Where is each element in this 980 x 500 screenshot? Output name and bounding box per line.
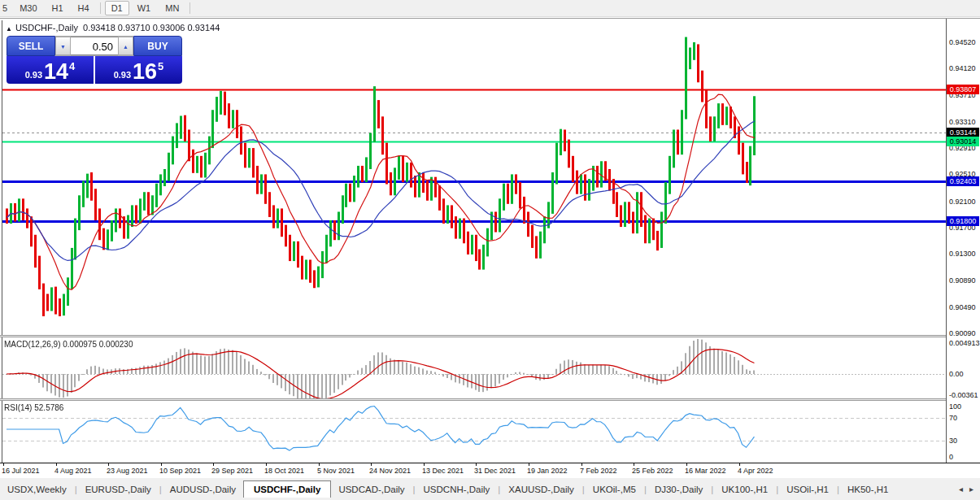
tab-xauusd-daily[interactable]: XAUUSD-,Daily (501, 481, 581, 498)
tab-audusd-daily[interactable]: AUDUSD-,Daily (163, 481, 243, 498)
price-line-label: 0.92403 (947, 176, 979, 186)
tab-divider: | (413, 485, 416, 494)
price-axis-tick: 0.94520 (949, 38, 976, 46)
buy-price-big: 16 (133, 61, 157, 82)
timeframe-button-w1[interactable]: W1 (131, 1, 158, 15)
time-axis: 16 Jul 20214 Aug 202123 Aug 202110 Sep 2… (0, 463, 980, 480)
sell-price-big: 14 (44, 61, 68, 82)
timeframe-button-m30[interactable]: M30 (13, 1, 43, 15)
timeframe-button-5[interactable]: 5 (1, 1, 11, 15)
rsi-canvas[interactable] (2, 401, 947, 463)
time-axis-tickmark (686, 463, 687, 466)
timeframe-toolbar: 5M30H1H4D1W1MN (0, 0, 980, 17)
tab-eurusd-daily[interactable]: EURUSD-,Daily (78, 481, 159, 498)
price-axis-tick: 0.91300 (949, 250, 976, 258)
price-axis-tick: 0.90090 (949, 329, 976, 337)
macd-axis-tick: -0.00361 (949, 391, 978, 399)
toolbar-divider (189, 2, 190, 14)
tab-uk100-h1[interactable]: UK100-,H1 (714, 481, 775, 498)
time-axis-tickmark (213, 463, 214, 466)
tab-hk50-h1[interactable]: HK50-,H1 (840, 481, 896, 498)
time-axis-label: 7 Feb 2022 (580, 467, 617, 475)
time-axis-label: 5 Nov 2021 (317, 467, 355, 475)
symbol-tab-bar: USDX,Weekly|EURUSD-,Daily|AUDUSD-,DailyU… (0, 478, 980, 500)
time-axis-tickmark (319, 463, 320, 466)
buy-price-sup: 5 (158, 60, 163, 72)
toolbar-divider (100, 2, 101, 14)
macd-label: MACD(12,26,9) 0.000975 0.000230 (4, 340, 133, 349)
time-axis-tickmark (634, 463, 634, 466)
timeframe-button-d1[interactable]: D1 (105, 1, 129, 15)
time-axis-tickmark (424, 463, 425, 466)
price-line-label: 0.93014 (947, 137, 979, 146)
time-axis-label: 4 Aug 2021 (54, 467, 92, 475)
price-axis-tick: 0.93310 (949, 118, 976, 126)
time-axis-tickmark (739, 463, 740, 466)
price-line-label: 0.91800 (947, 216, 979, 226)
buy-price-quote[interactable]: 0.93 16 5 (95, 56, 182, 84)
chart-title: ▲USDCHF-,Daily 0.93418 0.93710 0.93006 0… (6, 23, 220, 33)
scroll-tabs-left-icon[interactable]: ◂ (956, 483, 966, 495)
sell-price-sup: 4 (69, 60, 75, 72)
time-axis-label: 24 Nov 2021 (369, 467, 411, 475)
time-axis-label: 23 Aug 2021 (107, 467, 148, 475)
time-axis-label: 13 Dec 2021 (422, 467, 464, 475)
time-axis-tickmark (371, 463, 372, 466)
rsi-axis-tick: 30 (949, 437, 957, 445)
sell-button[interactable]: SELL (7, 36, 55, 56)
time-axis-tickmark (56, 463, 57, 466)
volume-stepper: ▼ 0.50 ▲ (55, 36, 133, 56)
volume-input[interactable]: 0.50 (71, 37, 118, 55)
time-axis-label: 10 Sep 2021 (159, 467, 201, 475)
rsi-label: RSI(14) 52.5786 (4, 403, 63, 412)
tab-usoil-h1[interactable]: USOil-,H1 (779, 481, 836, 498)
price-axis-tick: 0.92100 (949, 198, 976, 206)
tab-divider: | (582, 485, 585, 494)
tab-divider: | (498, 485, 500, 494)
time-axis-tickmark (529, 463, 529, 466)
macd-pane[interactable] (2, 337, 947, 398)
time-axis-label: 29 Sep 2021 (211, 467, 253, 475)
tab-usdcnh-daily[interactable]: USDCNH-,Daily (416, 481, 498, 498)
tab-divider: | (644, 485, 647, 494)
rsi-pane[interactable] (2, 401, 947, 463)
tab-ukoil-m5[interactable]: UKOil-,M5 (586, 481, 643, 498)
ohlc-values: 0.93418 0.93710 0.93006 0.93144 (83, 23, 220, 33)
tab-divider: | (159, 485, 162, 494)
one-click-trade-widget: SELL ▼ 0.50 ▲ BUY 0.93 14 4 0.93 16 5 (7, 36, 182, 84)
tab-usdx-weekly[interactable]: USDX,Weekly (0, 481, 74, 498)
timeframe-button-h4[interactable]: H4 (72, 1, 96, 15)
time-axis-label: 31 Dec 2021 (474, 467, 516, 475)
timeframe-button-h1[interactable]: H1 (46, 1, 70, 15)
rsi-axis-tick: 0 (949, 453, 953, 461)
rsi-axis-tick: 100 (949, 402, 961, 411)
tab-usdcad-daily[interactable]: USDCAD-,Daily (331, 481, 412, 498)
time-axis-label: 16 Jul 2021 (2, 467, 40, 475)
time-axis-tickmark (108, 463, 109, 466)
price-line-label: 0.93807 (947, 85, 979, 94)
volume-increase-button[interactable]: ▲ (118, 37, 133, 55)
price-axis-tick: 0.94120 (949, 64, 976, 72)
tab-divider: | (75, 485, 77, 494)
scroll-tabs-right-icon[interactable]: ▸ (966, 483, 977, 495)
time-axis-label: 16 Mar 2022 (685, 467, 726, 475)
symbol-label: USDCHF-,Daily (15, 23, 78, 33)
sell-price-quote[interactable]: 0.93 14 4 (7, 56, 94, 84)
time-axis-tickmark (161, 463, 162, 466)
tab-dj30-daily[interactable]: DJ30-,Daily (647, 481, 710, 498)
volume-decrease-button[interactable]: ▼ (55, 37, 71, 55)
trading-terminal: 5M30H1H4D1W1MN ▲USDCHF-,Daily 0.93418 0.… (0, 0, 980, 500)
price-axis-tick: 0.90490 (949, 303, 976, 311)
time-axis-tickmark (3, 463, 4, 466)
time-axis-label: 19 Jan 2022 (527, 467, 568, 475)
macd-canvas[interactable] (2, 337, 947, 398)
buy-button[interactable]: BUY (133, 36, 182, 56)
tab-usdchf-daily[interactable]: USDCHF-,Daily (243, 480, 331, 498)
time-axis-tickmark (476, 463, 477, 466)
tab-divider: | (837, 485, 839, 494)
timeframe-button-mn[interactable]: MN (159, 1, 185, 15)
collapse-icon[interactable]: ▲ (6, 25, 12, 33)
chart-window: ▲USDCHF-,Daily 0.93418 0.93710 0.93006 0… (0, 18, 980, 479)
time-axis-label: 4 Apr 2022 (738, 467, 773, 475)
time-axis-label: 18 Oct 2021 (264, 467, 304, 475)
